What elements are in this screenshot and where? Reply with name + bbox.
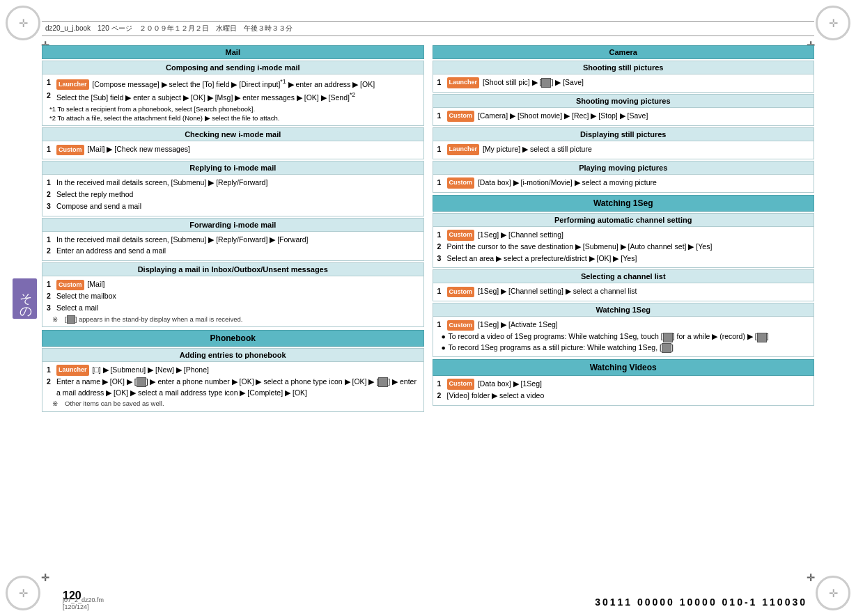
right-column: Camera Shooting still pictures 1 Launche… bbox=[433, 45, 815, 581]
auto-channel-item-1: 1 Custom [1Seg] ▶ [Channel setting] bbox=[437, 230, 810, 241]
watching-videos-item-1: 1 Custom [Data box] ▶ [1Seg] bbox=[437, 379, 810, 390]
still-icon bbox=[662, 343, 671, 353]
forwarding-item-1: 1 In the received mail details screen, [… bbox=[47, 235, 419, 246]
adding-item-2: 2 Enter a name ▶ [OK] ▶ [] ▶ enter a pho… bbox=[47, 377, 419, 399]
displaying-still-content: 1 Launcher [My picture] ▶ select a still… bbox=[433, 141, 815, 159]
launcher-badge-4: Launcher bbox=[447, 144, 480, 155]
corner-decoration-tr bbox=[816, 6, 850, 40]
displaying-still-header: Displaying still pictures bbox=[433, 127, 815, 141]
side-tab-text: その他 bbox=[19, 284, 33, 313]
phonebook-header: Phonebook bbox=[42, 330, 424, 347]
channel-list-content: 1 Custom [1Seg] ▶ [Channel setting] ▶ se… bbox=[433, 283, 815, 301]
auto-channel-content: 1 Custom [1Seg] ▶ [Channel setting] 2 Po… bbox=[433, 227, 815, 268]
mail-icon bbox=[378, 377, 388, 387]
playing-moving-header: Playing moving pictures bbox=[433, 161, 815, 175]
custom-badge-5: Custom bbox=[447, 230, 475, 241]
auto-channel-header: Performing automatic channel setting bbox=[433, 213, 815, 227]
displaying-item-1: 1 Custom [Mail] bbox=[47, 279, 419, 290]
displaying-still-item-1: 1 Launcher [My picture] ▶ select a still… bbox=[437, 144, 810, 155]
playing-moving-item-1: 1 Custom [Data box] ▶ [i-motion/Movie] ▶… bbox=[437, 177, 810, 189]
adding-item-1: 1 Launcher [□] ▶ [Submenu] ▶ [New] ▶ [Ph… bbox=[47, 365, 419, 376]
mail-header: Mail bbox=[42, 45, 424, 59]
launcher-badge: Launcher bbox=[56, 79, 89, 90]
replying-content: 1 In the received mail details screen, [… bbox=[42, 175, 424, 216]
custom-badge-3: Custom bbox=[447, 111, 475, 122]
displaying-item-2: 2 Select the mailbox bbox=[47, 291, 419, 302]
adding-entries-content: 1 Launcher [□] ▶ [Submenu] ▶ [New] ▶ [Ph… bbox=[42, 362, 424, 412]
custom-badge: Custom bbox=[56, 145, 84, 156]
custom-badge-4: Custom bbox=[447, 177, 475, 189]
launcher-badge-2: Launcher bbox=[56, 365, 89, 376]
watching-1seg-header: Watching 1Seg bbox=[433, 195, 815, 212]
shooting-moving-header: Shooting moving pictures bbox=[433, 94, 815, 108]
replying-header: Replying to i-mode mail bbox=[42, 161, 424, 175]
composing-item-1: 1 Launcher [Compose message] ▶ select th… bbox=[47, 77, 419, 90]
corner-decoration-tl bbox=[6, 6, 40, 40]
custom-badge-6: Custom bbox=[447, 287, 475, 298]
adding-note: ※ Other items can be saved as well. bbox=[47, 399, 419, 408]
side-tab: その他 bbox=[13, 278, 37, 319]
channel-list-item-1: 1 Custom [1Seg] ▶ [Channel setting] ▶ se… bbox=[437, 286, 810, 297]
composing-item-2: 2 Select the [Sub] field ▶ enter a subje… bbox=[47, 90, 419, 103]
displaying-note: ※ [] appears in the stand-by display whe… bbox=[47, 315, 419, 324]
header-text: dz20_u_j.book 120 ページ ２００９年１２月２日 水曜日 午後３… bbox=[45, 24, 293, 33]
custom-badge-7: Custom bbox=[447, 320, 475, 331]
corner-decoration-bl bbox=[6, 576, 40, 610]
displaying-header: Displaying a mail in Inbox/Outbox/Unsent… bbox=[42, 262, 424, 276]
watching-1seg-item-1: 1 Custom [1Seg] ▶ [Activate 1Seg] bbox=[437, 319, 810, 331]
phone-icon bbox=[137, 377, 146, 387]
watching-videos-content: 1 Custom [Data box] ▶ [1Seg] 2 [Video] f… bbox=[433, 376, 815, 406]
record-icon bbox=[663, 333, 673, 342]
displaying-item-3: 3 Select a mail bbox=[47, 303, 419, 314]
displaying-content: 1 Custom [Mail] 2 Select the mailbox 3 S… bbox=[42, 276, 424, 327]
left-column: Mail Composing and sending i-mode mail 1… bbox=[42, 45, 424, 581]
custom-badge-8: Custom bbox=[447, 379, 475, 390]
shooting-still-item-1: 1 Launcher [Shoot still pic] ▶ [] ▶ [Sav… bbox=[437, 77, 810, 88]
composing-header: Composing and sending i-mode mail bbox=[42, 61, 424, 74]
barcode-text: 30111 00000 10000 010-1 110030 bbox=[595, 597, 807, 608]
forwarding-item-2: 2 Enter an address and send a mail bbox=[47, 246, 419, 257]
replying-item-2: 2 Select the reply method bbox=[47, 189, 419, 200]
watching-videos-header: Watching Videos bbox=[433, 359, 815, 376]
adding-entries-header: Adding entries to phonebook bbox=[42, 348, 424, 362]
checking-header: Checking new i-mode mail bbox=[42, 127, 424, 141]
composing-note-1: *1 To select a recipient from a phoneboo… bbox=[47, 104, 419, 113]
replying-item-1: 1 In the received mail details screen, [… bbox=[47, 177, 419, 189]
replying-item-3: 3 Compose and send a mail bbox=[47, 201, 419, 212]
channel-list-header: Selecting a channel list bbox=[433, 269, 815, 283]
checking-content: 1 Custom [Mail] ▶ [Check new messages] bbox=[42, 141, 424, 159]
camera-header: Camera bbox=[433, 45, 815, 59]
camera-icon bbox=[541, 78, 551, 88]
corner-decoration-br bbox=[816, 576, 850, 610]
watching-videos-item-2: 2 [Video] folder ▶ select a video bbox=[437, 390, 810, 402]
file-info: j07_2_dz20.fm[120/124] bbox=[63, 597, 104, 610]
playing-moving-content: 1 Custom [Data box] ▶ [i-motion/Movie] ▶… bbox=[433, 175, 815, 193]
watching-bullet-1: ● To record a video of 1Seg programs: Wh… bbox=[437, 331, 810, 342]
shooting-moving-item-1: 1 Custom [Camera] ▶ [Shoot movie] ▶ [Rec… bbox=[437, 111, 810, 122]
launcher-badge-3: Launcher bbox=[447, 77, 480, 88]
shooting-still-header: Shooting still pictures bbox=[433, 61, 815, 74]
forwarding-header: Forwarding i-mode mail bbox=[42, 218, 424, 232]
main-content: Mail Composing and sending i-mode mail 1… bbox=[42, 45, 814, 581]
watching-1seg-sub-content: 1 Custom [1Seg] ▶ [Activate 1Seg] ● To r… bbox=[433, 317, 815, 356]
composing-note-2: *2 To attach a file, select the attachme… bbox=[47, 113, 419, 123]
watching-bullet-2: ● To record 1Seg programs as a still pic… bbox=[437, 342, 810, 354]
checking-item-1: 1 Custom [Mail] ▶ [Check new messages] bbox=[47, 144, 419, 155]
auto-channel-item-2: 2 Point the cursor to the save destinati… bbox=[437, 242, 810, 253]
auto-channel-item-3: 3 Select an area ▶ select a prefecture/d… bbox=[437, 253, 810, 264]
shooting-still-content: 1 Launcher [Shoot still pic] ▶ [] ▶ [Sav… bbox=[433, 74, 815, 93]
watching-1seg-sub-header: Watching 1Seg bbox=[433, 303, 815, 317]
composing-content: 1 Launcher [Compose message] ▶ select th… bbox=[42, 74, 424, 126]
record2-icon bbox=[757, 333, 767, 342]
forwarding-content: 1 In the received mail details screen, [… bbox=[42, 232, 424, 262]
custom-badge-2: Custom bbox=[56, 280, 84, 291]
shooting-moving-content: 1 Custom [Camera] ▶ [Shoot movie] ▶ [Rec… bbox=[433, 108, 815, 126]
top-header: dz20_u_j.book 120 ページ ２００９年１２月２日 水曜日 午後３… bbox=[42, 21, 814, 36]
